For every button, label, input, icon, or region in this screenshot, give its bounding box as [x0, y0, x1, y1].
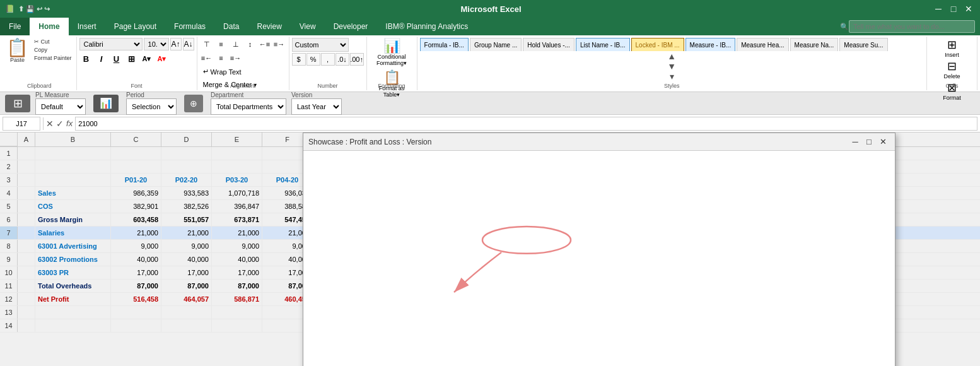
- style-group-name-button[interactable]: Group Name ...: [470, 38, 522, 51]
- align-top-button[interactable]: ⊤: [200, 38, 214, 50]
- cell-d14[interactable]: [161, 319, 212, 332]
- cell-d3[interactable]: P02-20: [161, 174, 212, 186]
- cell-b10[interactable]: 63003 PR: [35, 266, 111, 279]
- fill-color-button[interactable]: A▾: [140, 52, 154, 66]
- cell-a2[interactable]: [18, 160, 35, 173]
- cell-c7[interactable]: 21,000: [111, 227, 161, 239]
- tab-insert[interactable]: Insert: [69, 18, 105, 35]
- col-header-a[interactable]: A: [18, 133, 35, 146]
- font-family-select[interactable]: Calibri: [79, 38, 143, 50]
- cell-b12[interactable]: Net Profit: [35, 293, 111, 305]
- align-right-button[interactable]: ≡→: [229, 52, 243, 64]
- cell-e9[interactable]: 40,000: [212, 253, 262, 266]
- cell-b13[interactable]: [35, 306, 111, 319]
- increase-font-button[interactable]: A↑: [170, 38, 182, 50]
- align-left-button[interactable]: ≡←: [200, 52, 214, 64]
- cell-c14[interactable]: [111, 319, 161, 332]
- align-bottom-button[interactable]: ⊥: [229, 38, 243, 50]
- department-select[interactable]: Total Departments: [211, 98, 286, 115]
- cell-a7[interactable]: [18, 227, 35, 239]
- cell-reference-input[interactable]: J17: [3, 117, 40, 131]
- period-select[interactable]: Selection: [126, 98, 177, 115]
- cancel-formula-icon[interactable]: ✕: [46, 119, 54, 129]
- confirm-formula-icon[interactable]: ✓: [56, 119, 64, 129]
- italic-button[interactable]: I: [95, 52, 108, 66]
- cell-a6[interactable]: [18, 213, 35, 226]
- style-hold-values-button[interactable]: Hold Values -...: [523, 38, 575, 51]
- cell-d5[interactable]: 382,526: [161, 200, 212, 213]
- wrap-text-button[interactable]: ↵ Wrap Text: [200, 66, 245, 78]
- indent-increase-button[interactable]: ≡→: [272, 38, 286, 50]
- cell-d13[interactable]: [161, 306, 212, 319]
- cell-a13[interactable]: [18, 306, 35, 319]
- cell-e12[interactable]: 586,871: [212, 293, 262, 305]
- cell-b3[interactable]: [35, 174, 111, 186]
- cell-a9[interactable]: [18, 253, 35, 266]
- cell-c13[interactable]: [111, 306, 161, 319]
- cell-c2[interactable]: [111, 160, 161, 173]
- search-input[interactable]: [849, 20, 975, 33]
- underline-button[interactable]: U: [110, 52, 124, 66]
- cell-e3[interactable]: P03-20: [212, 174, 262, 186]
- insert-cells-button[interactable]: ⊞ Insert: [945, 38, 959, 58]
- cell-a12[interactable]: [18, 293, 35, 305]
- style-measure-su1-button[interactable]: Measure Su...: [839, 38, 887, 51]
- tab-data[interactable]: Data: [214, 18, 248, 35]
- cell-b1[interactable]: [35, 147, 111, 160]
- cell-e5[interactable]: 396,847: [212, 200, 262, 213]
- cell-b2[interactable]: [35, 160, 111, 173]
- formula-input[interactable]: 21000: [75, 117, 977, 131]
- increase-decimal-button[interactable]: .00↑: [350, 53, 364, 66]
- style-measure-na-button[interactable]: Measure Na...: [790, 38, 839, 51]
- tab-formulas[interactable]: Formulas: [165, 18, 214, 35]
- copy-button[interactable]: Copy: [32, 46, 74, 54]
- cell-e4[interactable]: 1,070,718: [212, 187, 262, 199]
- dialog-minimize-button[interactable]: ─: [848, 135, 862, 149]
- cell-e7[interactable]: 21,000: [212, 227, 262, 239]
- styles-scroll-expand[interactable]: ▾: [667, 71, 677, 81]
- cell-e1[interactable]: [212, 147, 262, 160]
- cell-a3[interactable]: [18, 174, 35, 186]
- cell-d2[interactable]: [161, 160, 212, 173]
- cell-c3[interactable]: P01-20: [111, 174, 161, 186]
- cut-button[interactable]: ✂ Cut: [32, 38, 74, 45]
- minimize-button[interactable]: ─: [932, 3, 945, 15]
- decrease-font-button[interactable]: A↓: [183, 38, 194, 50]
- cell-d8[interactable]: 9,000: [161, 240, 212, 252]
- cell-c9[interactable]: 40,000: [111, 253, 161, 266]
- style-measure-header-button[interactable]: Measure Hea...: [737, 38, 788, 51]
- border-button[interactable]: ⊞: [125, 52, 139, 66]
- tab-ibm[interactable]: IBM® Planning Analytics: [376, 18, 477, 35]
- cell-d9[interactable]: 40,000: [161, 253, 212, 266]
- cell-b8[interactable]: 63001 Advertising: [35, 240, 111, 252]
- conditional-formatting-button[interactable]: 📊 ConditionalFormatting▾: [376, 38, 407, 67]
- cell-b9[interactable]: 63002 Promotions: [35, 253, 111, 266]
- cell-e2[interactable]: [212, 160, 262, 173]
- cell-e14[interactable]: [212, 319, 262, 332]
- paste-button[interactable]: 📋 Paste: [5, 38, 30, 64]
- currency-button[interactable]: $: [292, 53, 306, 66]
- styles-scroll-up[interactable]: ▲: [667, 51, 677, 61]
- cell-a14[interactable]: [18, 319, 35, 332]
- style-list-name-button[interactable]: List Name - IB...: [576, 38, 630, 51]
- format-painter-button[interactable]: Format Painter: [32, 54, 74, 62]
- tab-view[interactable]: View: [291, 18, 325, 35]
- cell-d7[interactable]: 21,000: [161, 227, 212, 239]
- cell-e11[interactable]: 87,000: [212, 280, 262, 292]
- font-color-button[interactable]: A▾: [155, 52, 169, 66]
- cell-c10[interactable]: 17,000: [111, 266, 161, 279]
- cell-a11[interactable]: [18, 280, 35, 292]
- cell-d12[interactable]: 464,057: [161, 293, 212, 305]
- tab-page-layout[interactable]: Page Layout: [105, 18, 165, 35]
- styles-scroll-down[interactable]: ▼: [667, 61, 677, 71]
- tab-file[interactable]: File: [0, 18, 30, 35]
- cell-b14[interactable]: [35, 319, 111, 332]
- cell-d4[interactable]: 933,583: [161, 187, 212, 199]
- cell-b4[interactable]: Sales: [35, 187, 111, 199]
- cell-a10[interactable]: [18, 266, 35, 279]
- tab-developer[interactable]: Developer: [325, 18, 377, 35]
- cell-a4[interactable]: [18, 187, 35, 199]
- style-formula-ib-button[interactable]: Formula - IB...: [420, 38, 469, 51]
- cell-c11[interactable]: 87,000: [111, 280, 161, 292]
- cell-e6[interactable]: 673,871: [212, 213, 262, 226]
